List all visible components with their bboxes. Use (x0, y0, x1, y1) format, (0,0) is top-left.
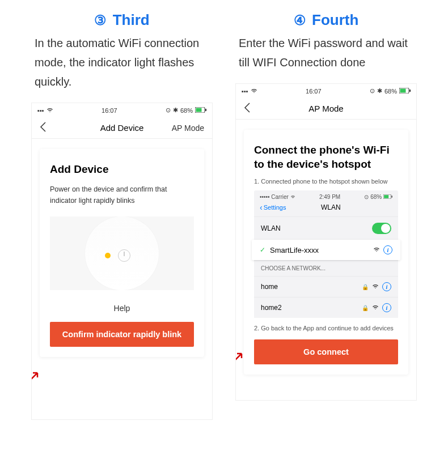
confirm-button[interactable]: Confirm indicator rapidly blink (50, 322, 194, 347)
wlan-toggle-row: WLAN (254, 216, 398, 240)
callout-arrow-icon (31, 368, 42, 390)
wlan-status-bar: ••••• Carrier 2:49 PM ⊙ 68% (254, 190, 398, 202)
wlan-toggle-label: WLAN (261, 224, 281, 232)
wifi-icon (251, 88, 257, 95)
nav-title: AP Mode (308, 104, 343, 113)
battery-pct: 68% (180, 107, 193, 114)
add-device-title: Add Device (50, 163, 194, 177)
indicator-light-icon (105, 253, 111, 258)
svg-rect-8 (391, 196, 392, 198)
lock-icon: 🔒 (362, 284, 369, 290)
signal-bars-icon: ▪▪▪ (37, 107, 44, 114)
svg-rect-1 (196, 108, 201, 112)
battery-icon (195, 107, 206, 114)
back-button[interactable] (40, 121, 47, 135)
wifi-strength-icon (372, 304, 379, 311)
connect-title: Connect the phone's Wi-Fi to the device'… (254, 143, 398, 171)
step-4-header: ④ Fourth (235, 11, 417, 29)
phone-screenshot-right: ▪▪▪ 16:07 ⊙ ✱ 68% (235, 83, 417, 401)
nav-header: AP Mode (236, 98, 416, 120)
instruction-1: 1. Connected phone to the hotspot shown … (254, 178, 398, 185)
wlan-nav-bar: ‹ Settings WLAN (254, 202, 398, 216)
status-time: 16:07 (102, 107, 117, 114)
bluetooth-icon: ✱ (377, 87, 382, 95)
alarm-icon: ⊙ (370, 87, 375, 95)
bluetooth-icon: ✱ (173, 107, 178, 114)
battery-icon (399, 88, 411, 95)
alarm-icon: ⊙ (166, 107, 171, 114)
network-name: home2 (261, 304, 282, 312)
choose-network-header: CHOOSE A NETWORK... (254, 260, 398, 276)
nav-header: Add Device AP Mode (32, 117, 212, 139)
phone-screenshot-left: ▪▪▪ 16:07 ⊙ ✱ 68% (31, 103, 213, 420)
network-row[interactable]: home 🔒 i (254, 276, 398, 297)
carrier-label: ••••• Carrier (260, 194, 295, 200)
wlan-time: 2:49 PM (319, 194, 340, 200)
status-bar: ▪▪▪ 16:07 ⊙ ✱ 68% (236, 84, 416, 98)
go-connect-button[interactable]: Go connect (254, 339, 398, 364)
power-button-icon (118, 249, 130, 262)
wlan-settings-panel: ••••• Carrier 2:49 PM ⊙ 68% ‹ Settings W… (254, 190, 398, 318)
svg-rect-7 (384, 196, 388, 199)
settings-back-icon[interactable]: ‹ (260, 203, 263, 212)
step-3-title: Third (113, 11, 150, 28)
callout-arrow-icon (235, 349, 246, 371)
status-time: 16:07 (306, 88, 322, 95)
wifi-strength-icon (373, 246, 380, 253)
checkmark-icon: ✓ (260, 246, 265, 254)
signal-bars-icon: ▪▪▪ (242, 88, 248, 95)
step-3-number: ③ (94, 12, 107, 28)
nav-title: Add Device (100, 123, 144, 133)
svg-rect-4 (400, 88, 405, 92)
step-4-title: Fourth (312, 11, 358, 28)
info-icon[interactable]: i (382, 282, 391, 291)
info-icon[interactable]: i (383, 245, 392, 254)
wlan-battery: ⊙ 68% (364, 194, 392, 200)
device-circle (85, 216, 159, 290)
lock-icon: 🔒 (362, 305, 369, 311)
status-bar: ▪▪▪ 16:07 ⊙ ✱ 68% (32, 103, 212, 117)
wifi-strength-icon (372, 283, 379, 290)
help-link[interactable]: Help (50, 304, 194, 313)
add-device-sub: Power on the device and confirm that ind… (50, 184, 194, 206)
device-indicator-image (50, 216, 194, 290)
svg-rect-2 (205, 109, 206, 111)
step-3-column: ③ Third In the automatic WiFi connection… (31, 11, 213, 420)
back-button[interactable] (244, 101, 251, 116)
step-4-column: ④ Fourth Enter the WiFi password and wai… (235, 11, 417, 420)
info-icon[interactable]: i (382, 303, 391, 312)
network-name: home (261, 283, 278, 291)
connected-network-row[interactable]: ✓ SmartLife-xxxx i (252, 240, 400, 260)
step-3-desc: In the automatic WiFi connection mode, t… (31, 33, 213, 91)
wlan-toggle[interactable] (372, 223, 391, 234)
network-row[interactable]: home2 🔒 i (254, 297, 398, 318)
connected-network-name: SmartLife-xxxx (270, 246, 373, 254)
step-4-desc: Enter the WiFi password and wait till WI… (235, 33, 417, 72)
svg-rect-5 (409, 90, 411, 92)
step-4-number: ④ (294, 12, 306, 28)
add-device-card: Add Device Power on the device and confi… (40, 149, 204, 357)
instruction-2: 2. Go back to the App and continue to ad… (254, 325, 398, 332)
wlan-title: WLAN (269, 203, 392, 211)
battery-pct: 68% (384, 88, 397, 95)
step-3-header: ③ Third (31, 11, 213, 29)
wifi-icon (47, 107, 53, 114)
connect-hotspot-card: Connect the phone's Wi-Fi to the device'… (244, 130, 408, 375)
ap-mode-link[interactable]: AP Mode (172, 124, 204, 133)
